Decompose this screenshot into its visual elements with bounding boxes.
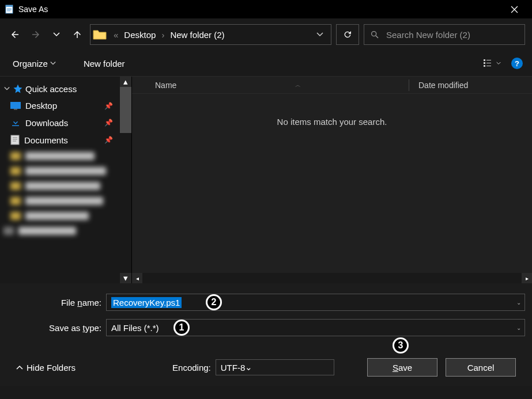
forward-button[interactable]	[28, 26, 44, 43]
annotation-3: 3	[393, 337, 409, 354]
chevron-down-icon	[50, 60, 56, 66]
address-dropdown-button[interactable]	[310, 25, 329, 44]
sidebar-item-blurred[interactable]	[0, 208, 120, 223]
pin-icon: 📌	[104, 102, 113, 110]
nav-tree: Quick access Desktop 📌 Downloads 📌 Docum…	[0, 77, 120, 283]
sidebar-item-downloads[interactable]: Downloads 📌	[0, 114, 120, 131]
nav-row: « Desktop › New folder (2) Search New fo…	[0, 18, 532, 51]
file-list-body: No items match your search.	[132, 94, 532, 273]
encoding-select[interactable]: UTF-8 ⌄	[216, 359, 334, 375]
sidebar-scrollbar[interactable]: ▴ ▾	[120, 77, 131, 283]
scroll-up-icon[interactable]: ▴	[120, 77, 131, 87]
svg-point-5	[372, 32, 376, 36]
hide-folders-label: Hide Folders	[27, 363, 76, 373]
scroll-right-icon[interactable]: ▸	[522, 273, 532, 283]
breadcrumb-item-newfolder[interactable]: New folder (2)	[168, 30, 227, 40]
refresh-button[interactable]	[336, 24, 359, 45]
svg-rect-7	[484, 59, 485, 61]
title-bar: Save As	[0, 0, 532, 18]
close-button[interactable]	[501, 0, 527, 18]
svg-rect-14	[14, 109, 17, 110]
downloads-icon	[10, 117, 21, 128]
encoding-label: Encoding:	[172, 363, 211, 373]
sidebar-item-documents[interactable]: Documents 📌	[0, 131, 120, 149]
chevron-down-icon[interactable]: ⌄	[516, 299, 521, 306]
column-header-date[interactable]: Date modified	[418, 81, 468, 90]
svg-rect-13	[10, 102, 21, 109]
svg-rect-8	[486, 60, 491, 60]
filename-input[interactable]: RecoveryKey.ps1 2 ⌄	[106, 294, 525, 311]
arrow-left-icon	[10, 29, 20, 40]
view-options-button[interactable]	[480, 56, 504, 70]
svg-rect-12	[486, 66, 491, 66]
empty-message: No items match your search.	[277, 117, 387, 127]
search-input[interactable]: Search New folder (2)	[364, 24, 525, 45]
search-icon	[370, 30, 379, 39]
chevron-up-icon	[16, 364, 23, 371]
recent-locations-button[interactable]	[48, 26, 65, 43]
column-header-name[interactable]: Name ︿	[155, 81, 409, 90]
file-list-pane: Name ︿ Date modified No items match your…	[131, 77, 532, 283]
view-icon	[484, 59, 494, 68]
back-button[interactable]	[7, 26, 23, 43]
footer: Hide Folders Encoding: UTF-8 ⌄ 3 Save Ca…	[7, 344, 525, 386]
sidebar-item-blurred[interactable]	[0, 178, 120, 193]
up-button[interactable]	[69, 26, 85, 43]
organize-button[interactable]: Organize	[9, 56, 59, 71]
scroll-track[interactable]	[142, 273, 522, 283]
svg-rect-10	[486, 63, 491, 63]
arrow-up-icon	[72, 29, 82, 40]
encoding-value: UTF-8	[221, 363, 246, 373]
filename-value: RecoveryKey.ps1	[111, 297, 182, 308]
sidebar-item-blurred[interactable]	[0, 164, 120, 178]
cancel-button[interactable]: Cancel	[446, 358, 516, 377]
sidebar-item-blurred[interactable]	[0, 149, 120, 164]
scroll-left-icon[interactable]: ◂	[132, 273, 142, 283]
breadcrumb[interactable]: « Desktop › New folder (2)	[90, 24, 331, 45]
sidebar-item-desktop[interactable]: Desktop 📌	[0, 97, 120, 114]
annotation-1: 1	[173, 320, 190, 336]
sidebar: Quick access Desktop 📌 Downloads 📌 Docum…	[0, 77, 131, 283]
scroll-thumb[interactable]	[120, 87, 131, 133]
toolbar: Organize New folder ?	[0, 51, 532, 76]
svg-rect-11	[484, 65, 485, 67]
cancel-label: Cancel	[467, 363, 495, 373]
breadcrumb-item-desktop[interactable]: Desktop	[122, 30, 158, 40]
save-button[interactable]: Save	[367, 358, 437, 377]
main-area: Quick access Desktop 📌 Downloads 📌 Docum…	[0, 76, 532, 283]
save-form: File name: RecoveryKey.ps1 2 ⌄ Save as t…	[0, 283, 532, 386]
sidebar-item-blurred[interactable]	[0, 193, 120, 208]
sidebar-item-blurred[interactable]	[0, 223, 120, 238]
chevron-down-icon[interactable]: ⌄	[516, 325, 521, 331]
arrow-right-icon	[31, 29, 41, 40]
type-label: Save as type:	[7, 323, 106, 333]
help-button[interactable]: ?	[511, 58, 523, 69]
new-folder-button[interactable]: New folder	[80, 56, 129, 71]
sidebar-label: Downloads	[25, 118, 68, 128]
pin-icon: 📌	[104, 119, 113, 127]
filename-label: File name:	[7, 298, 106, 307]
hide-folders-button[interactable]: Hide Folders	[16, 363, 76, 373]
column-separator[interactable]	[409, 79, 409, 91]
horizontal-scrollbar[interactable]: ◂ ▸	[132, 273, 532, 283]
breadcrumb-sep-icon: «	[110, 30, 122, 40]
chevron-down-icon	[496, 61, 501, 66]
column-label: Name	[155, 81, 176, 90]
chevron-down-icon[interactable]: ⌄	[245, 362, 252, 373]
svg-rect-1	[6, 5, 13, 7]
pin-icon: 📌	[104, 136, 113, 144]
svg-line-6	[376, 36, 378, 38]
folder-icon	[93, 29, 107, 40]
svg-rect-9	[484, 62, 485, 64]
new-folder-label: New folder	[84, 59, 125, 69]
type-select[interactable]: All Files (*.*) 1 ⌄	[106, 319, 525, 336]
scroll-down-icon[interactable]: ▾	[120, 273, 131, 283]
column-label: Date modified	[418, 81, 468, 90]
refresh-icon	[343, 30, 352, 39]
chevron-right-icon[interactable]: ›	[158, 30, 168, 40]
window-title: Save As	[18, 5, 501, 14]
svg-rect-16	[11, 135, 19, 145]
sidebar-item-quick-access[interactable]: Quick access	[0, 80, 120, 97]
star-icon	[13, 83, 23, 94]
sort-asc-icon: ︿	[295, 81, 301, 89]
